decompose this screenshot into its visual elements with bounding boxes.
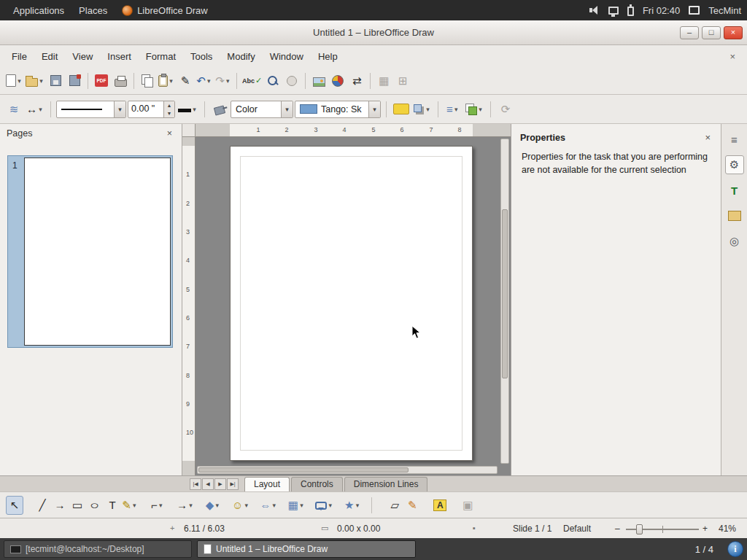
new-button[interactable] — [4, 71, 24, 90]
background-color-button[interactable] — [392, 100, 411, 119]
chevron-down-icon[interactable] — [271, 496, 277, 515]
vertical-ruler[interactable]: 1 2 3 4 5 6 7 8 9 10 — [182, 137, 196, 475]
last-page-icon[interactable]: ▶| — [227, 478, 239, 490]
chevron-down-icon[interactable] — [453, 100, 460, 119]
chevron-down-icon[interactable] — [16, 71, 23, 90]
power-icon[interactable] — [627, 7, 634, 16]
clock[interactable]: Fri 02:40 — [643, 5, 680, 16]
display-grid-button[interactable]: ▦ — [374, 71, 393, 90]
edit-points-button[interactable]: ≋ — [4, 100, 23, 119]
line-width-value[interactable]: 0.00 " — [128, 101, 163, 117]
titlebar[interactable]: Untitled 1 – LibreOffice Draw – □ × — [0, 20, 747, 45]
sidebar-tab-properties[interactable]: ⚙ — [725, 155, 744, 174]
transformations-button[interactable]: ⇄ — [347, 71, 366, 90]
select-tool[interactable]: ↖ — [6, 496, 23, 515]
volume-icon[interactable] — [589, 5, 600, 15]
callouts-tool[interactable] — [315, 496, 333, 515]
sidebar-tab-gallery[interactable] — [725, 206, 744, 225]
zoom-in-button[interactable]: + — [703, 524, 708, 534]
draw-task-button[interactable]: Untitled 1 – LibreOffice Draw — [197, 540, 416, 558]
block-arrows-tool[interactable]: ⇔ — [260, 496, 277, 515]
spin-down-icon[interactable]: ▼ — [164, 109, 174, 117]
menu-file[interactable]: File — [4, 47, 34, 66]
spelling-button[interactable]: Abc — [241, 71, 263, 90]
freeform-polygon-tool[interactable]: ▱ — [386, 496, 403, 515]
chevron-down-icon[interactable] — [225, 71, 231, 90]
lines-arrows-tool[interactable]: → — [177, 496, 194, 515]
save-button[interactable] — [46, 71, 65, 90]
chevron-down-icon[interactable] — [214, 496, 220, 515]
line-tool[interactable]: ╱ — [34, 496, 51, 515]
menu-edit[interactable]: Edit — [34, 47, 65, 66]
extrusion-tool[interactable]: ▣ — [459, 496, 476, 515]
first-page-icon[interactable]: |◀ — [190, 478, 201, 490]
page-style-indicator[interactable]: Default — [563, 524, 591, 534]
chevron-down-icon[interactable] — [37, 100, 44, 119]
basic-shapes-tool[interactable]: ◆ — [204, 496, 222, 515]
close-icon[interactable]: × — [703, 132, 712, 143]
gallery-button[interactable] — [309, 71, 328, 90]
line-width-spinner[interactable]: 0.00 " ▲▼ — [128, 101, 175, 118]
redo-button[interactable]: ↷ — [214, 71, 233, 90]
chevron-down-icon[interactable] — [281, 101, 293, 117]
symbol-shapes-tool[interactable]: ☺ — [232, 496, 249, 515]
tab-controls[interactable]: Controls — [291, 477, 343, 491]
arrow-style-button[interactable]: ↔ — [25, 100, 45, 119]
chevron-down-icon[interactable] — [298, 496, 305, 515]
chevron-down-icon[interactable] — [368, 101, 380, 117]
chevron-down-icon[interactable] — [477, 100, 484, 119]
menu-window[interactable]: Window — [263, 47, 311, 66]
save-as-button[interactable] — [65, 71, 84, 90]
menu-help[interactable]: Help — [311, 47, 345, 66]
display-icon[interactable] — [608, 7, 619, 15]
page-thumbnail[interactable]: 1 — [7, 155, 173, 348]
insert-chart-button[interactable] — [328, 71, 347, 90]
zoom-slider-thumb[interactable] — [636, 524, 643, 534]
navigator-button[interactable] — [282, 71, 301, 90]
horizontal-scrollbar-thumb[interactable] — [198, 467, 409, 472]
close-icon[interactable]: × — [164, 127, 175, 140]
horizontal-ruler[interactable]: 1 2 3 4 5 6 7 8 — [196, 124, 511, 137]
zoom-out-button[interactable]: – — [615, 524, 620, 534]
connectors-tool[interactable]: ⌐ — [149, 496, 166, 515]
next-page-icon[interactable]: ▶ — [214, 478, 226, 490]
export-pdf-button[interactable]: PDF — [92, 71, 111, 90]
helplines-button[interactable]: ⊞ — [393, 71, 412, 90]
vertical-scrollbar-thumb[interactable] — [502, 209, 508, 378]
chevron-down-icon[interactable] — [206, 71, 212, 90]
glue-points-tool[interactable]: ✎ — [403, 496, 421, 515]
tab-dimension-lines[interactable]: Dimension Lines — [344, 477, 428, 491]
chevron-down-icon[interactable] — [187, 496, 194, 515]
canvas-area[interactable]: 1 2 3 4 5 6 7 8 1 2 3 4 5 6 7 — [182, 124, 511, 475]
area-style-select[interactable]: Color — [231, 101, 293, 118]
curves-polygons-tool[interactable]: ✎ — [121, 496, 139, 515]
copy-button[interactable] — [138, 71, 157, 90]
undo-button[interactable]: ↶ — [195, 71, 214, 90]
menu-insert[interactable]: Insert — [100, 47, 139, 66]
find-replace-button[interactable] — [263, 71, 282, 90]
shadow-button[interactable] — [412, 100, 433, 119]
chevron-down-icon[interactable] — [355, 496, 361, 515]
stars-banners-tool[interactable]: ★ — [344, 496, 361, 515]
arrange-button[interactable] — [464, 100, 485, 119]
paste-button[interactable] — [157, 71, 176, 90]
applications-menu[interactable]: Applications — [6, 2, 71, 19]
menu-modify[interactable]: Modify — [220, 47, 262, 66]
line-ends-arrow-tool[interactable]: → — [51, 496, 69, 515]
document-close-button[interactable]: × — [722, 49, 743, 64]
sidebar-menu-icon[interactable]: ≡ — [725, 130, 744, 149]
rotate-button[interactable]: ⟳ — [496, 100, 515, 119]
chevron-down-icon[interactable] — [114, 101, 125, 117]
maximize-button[interactable]: □ — [702, 26, 721, 39]
menu-format[interactable]: Format — [139, 47, 183, 66]
open-button[interactable] — [24, 71, 46, 90]
rectangle-tool[interactable]: ▭ — [69, 496, 86, 515]
clone-formatting-button[interactable]: ✎ — [176, 71, 195, 90]
close-button[interactable]: × — [724, 26, 743, 39]
slide-indicator[interactable]: Slide 1 / 1 — [513, 524, 551, 534]
chevron-down-icon[interactable] — [243, 496, 249, 515]
previous-page-icon[interactable]: ◀ — [202, 478, 214, 490]
document-modified-icon[interactable]: ▪ — [473, 524, 476, 532]
places-menu[interactable]: Places — [71, 2, 115, 19]
align-objects-button[interactable]: ≡ — [444, 100, 462, 119]
